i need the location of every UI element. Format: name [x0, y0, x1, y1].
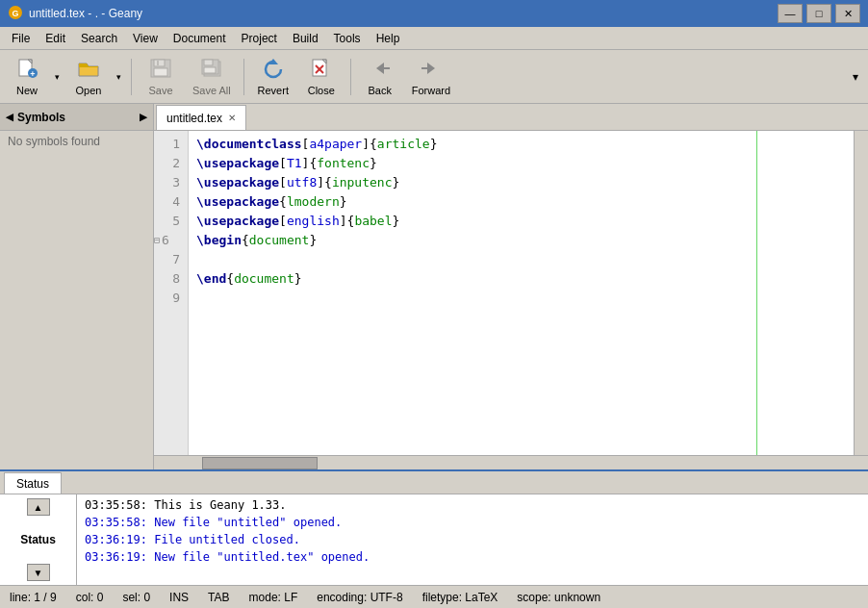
status-scope: scope: unknown [517, 591, 600, 604]
svg-rect-13 [204, 67, 216, 73]
tab-close-button[interactable]: ✕ [228, 113, 236, 123]
revert-icon [260, 58, 287, 83]
menu-tools[interactable]: Tools [326, 30, 369, 47]
new-file-icon: + [15, 58, 38, 79]
close-file-button[interactable]: Close [298, 53, 345, 101]
sidebar-title: Symbols [17, 111, 65, 124]
log-sidebar: ▲ Status ▼ [0, 494, 77, 585]
fold-icon-6[interactable]: ⊟ [154, 231, 160, 250]
editor-tab-untitled[interactable]: untitled.tex ✕ [156, 105, 246, 130]
sidebar-header: ◀ Symbols ▶ [0, 104, 153, 131]
code-line-1: \documentclass[a4paper]{article} [196, 135, 846, 154]
hscrollbar-thumb[interactable] [202, 457, 318, 469]
code-line-6: \begin{document} [196, 231, 846, 250]
revert-label: Revert [258, 85, 289, 96]
new-button[interactable]: + New [4, 53, 50, 101]
new-button-group: + New ▾ [4, 53, 64, 101]
code-line-7 [196, 250, 846, 269]
log-scroll-down[interactable]: ▼ [27, 564, 50, 581]
open-button-group: Open ▾ [65, 53, 125, 101]
sidebar-content: No symbols found [0, 131, 153, 469]
menu-build[interactable]: Build [285, 30, 326, 47]
revert-arrow-icon [260, 58, 287, 79]
status-filetype: filetype: LaTeX [422, 591, 498, 604]
menu-file[interactable]: File [4, 30, 38, 47]
save-all-icon [200, 58, 223, 83]
no-symbols-text: No symbols found [8, 135, 100, 148]
code-line-4: \usepackage{lmodern} [196, 192, 846, 212]
forward-button[interactable]: Forward [405, 53, 457, 101]
maximize-button[interactable]: □ [806, 4, 831, 23]
open-folder-icon [77, 58, 100, 79]
log-tab-status-label: Status [16, 477, 49, 491]
close-file-icon [310, 58, 333, 83]
toolbar-separator-3 [350, 59, 351, 95]
new-label: New [16, 85, 38, 96]
editor-scrollbar[interactable] [854, 131, 868, 455]
menu-document[interactable]: Document [166, 30, 234, 47]
close-x-icon [310, 58, 333, 79]
open-label: Open [76, 85, 102, 96]
new-dropdown-arrow[interactable]: ▾ [50, 53, 64, 101]
save-disk-icon [149, 58, 172, 79]
code-line-8: \end{document} [196, 269, 846, 289]
revert-button[interactable]: Revert [250, 53, 296, 101]
editor-area: untitled.tex ✕ 1 2 3 4 5 ⊟6 7 8 9 [154, 104, 868, 469]
forward-icon [418, 58, 445, 83]
log-tabs: Status [0, 471, 868, 494]
code-content[interactable]: \documentclass[a4paper]{article} \usepac… [189, 131, 854, 455]
line-num-9: 9 [154, 289, 184, 308]
window-title: untitled.tex - . - Geany [29, 7, 772, 20]
close-label: Close [308, 85, 335, 96]
save-icon [149, 58, 172, 83]
back-icon [367, 58, 394, 83]
log-tab-status[interactable]: Status [4, 472, 62, 494]
open-dropdown-arrow[interactable]: ▾ [112, 53, 125, 101]
save-label: Save [148, 85, 172, 96]
status-encoding: encoding: UTF-8 [317, 591, 402, 604]
status-bar: line: 1 / 9 col: 0 sel: 0 INS TAB mode: … [0, 585, 868, 608]
status-ins: INS [169, 591, 189, 604]
save-all-label: Save All [192, 85, 231, 96]
log-scroll-up[interactable]: ▲ [27, 498, 50, 516]
menu-project[interactable]: Project [234, 30, 285, 47]
code-line-9 [196, 289, 846, 308]
status-col: col: 0 [76, 591, 104, 604]
back-button[interactable]: Back [357, 53, 403, 101]
menu-view[interactable]: View [125, 30, 166, 47]
svg-marker-21 [427, 63, 435, 74]
menu-search[interactable]: Search [73, 30, 125, 47]
save-button[interactable]: Save [138, 53, 184, 101]
log-messages: 03:35:58: This is Geany 1.33. 03:35:58: … [77, 494, 868, 585]
sidebar-collapse-left[interactable]: ◀ [6, 112, 13, 122]
toolbar-separator-1 [131, 59, 132, 95]
log-message-2: 03:35:58: New file "untitled" opened. [85, 514, 860, 531]
sidebar-expand-right[interactable]: ▶ [140, 112, 147, 122]
menu-edit[interactable]: Edit [38, 30, 73, 47]
code-editor[interactable]: 1 2 3 4 5 ⊟6 7 8 9 \documentclass[a4pape… [154, 131, 868, 455]
close-button[interactable]: ✕ [835, 4, 860, 23]
log-panel: Status ▲ Status ▼ 03:35:58: This is Gean… [0, 469, 868, 585]
title-bar: G untitled.tex - . - Geany — □ ✕ [0, 0, 868, 27]
forward-label: Forward [412, 85, 450, 96]
menu-help[interactable]: Help [369, 30, 408, 47]
horizontal-scrollbar[interactable] [154, 455, 868, 469]
minimize-button[interactable]: — [778, 4, 803, 23]
open-button[interactable]: Open [65, 53, 112, 101]
status-line: line: 1 / 9 [10, 591, 57, 604]
forward-arrow-icon [418, 58, 445, 79]
status-sel: sel: 0 [122, 591, 150, 604]
svg-rect-12 [204, 60, 213, 65]
main-area: ◀ Symbols ▶ No symbols found untitled.te… [0, 104, 868, 469]
menu-bar: File Edit Search View Document Project B… [0, 27, 868, 50]
geany-icon: G [8, 5, 23, 20]
toolbar: + New ▾ Open ▾ [0, 50, 868, 104]
back-label: Back [369, 85, 392, 96]
svg-rect-7 [154, 60, 165, 66]
sidebar: ◀ Symbols ▶ No symbols found [0, 104, 154, 469]
line-num-8: 8 [154, 269, 184, 289]
save-all-button[interactable]: Save All [186, 53, 238, 101]
log-content: ▲ Status ▼ 03:35:58: This is Geany 1.33.… [0, 494, 868, 585]
toolbar-overflow-arrow[interactable]: ▾ [847, 53, 864, 101]
code-line-3: \usepackage[utf8]{inputenc} [196, 173, 846, 192]
